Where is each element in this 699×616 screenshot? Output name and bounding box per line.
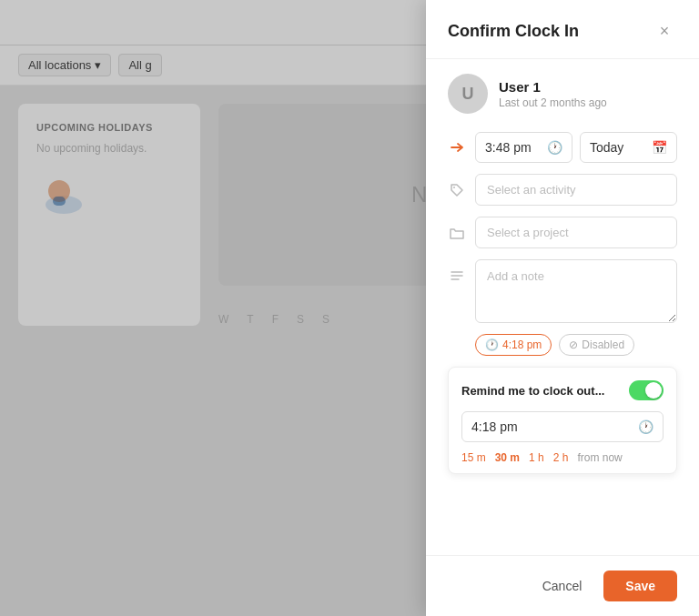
time-date-inputs: 3:48 pm 🕐 Today 📅 [475,132,677,163]
user-info-section: U User 1 Last out 2 months ago [448,74,677,114]
reminder-card-label: Remind me to clock out... [461,384,604,398]
reminder-time-value: 4:18 pm [471,419,518,434]
activity-select[interactable]: Select an activity [475,174,677,206]
modal-title: Confirm Clock In [448,22,579,41]
clock-in-arrow-icon [448,139,466,156]
reminder-toggle-row: Remind me to clock out... [461,380,664,400]
quick-time-30m[interactable]: 30 m [495,451,520,464]
time-value: 3:48 pm [485,140,532,155]
reminder-chip-clock-icon: 🕐 [485,338,499,351]
reminder-chips: 🕐 4:18 pm ⊘ Disabled [475,334,677,356]
reminder-disabled-label: Disabled [582,338,624,351]
modal-header: Confirm Clock In × [426,0,699,59]
activity-row: Select an activity [448,174,677,206]
reminder-toggle[interactable] [629,380,664,400]
reminder-time-clock-icon: 🕐 [638,419,653,434]
project-select[interactable]: Select a project [475,217,677,248]
activity-placeholder: Select an activity [487,183,576,197]
reminder-card: Remind me to clock out... 4:18 pm 🕐 15 m… [448,367,677,474]
reminder-time-input[interactable]: 4:18 pm 🕐 [461,411,664,442]
date-value: Today [590,140,623,155]
reminder-chip-time: 4:18 pm [502,338,542,351]
time-clock-icon: 🕐 [547,140,562,155]
confirm-clock-in-modal: Confirm Clock In × U User 1 Last out 2 m… [426,0,699,616]
note-lines-icon [448,268,466,283]
reminder-disabled-icon: ⊘ [569,338,578,351]
toggle-knob [645,382,662,399]
svg-point-3 [453,187,455,188]
user-name: User 1 [499,79,607,95]
save-button[interactable]: Save [603,571,677,601]
calendar-icon: 📅 [652,140,667,155]
note-textarea[interactable] [475,259,677,323]
quick-time-15m[interactable]: 15 m [461,451,486,464]
modal-close-button[interactable]: × [652,18,677,44]
quick-time-2h[interactable]: 2 h [553,451,569,464]
quick-times-row: 15 m 30 m 1 h 2 h from now [461,451,664,464]
project-row: Select a project [448,217,677,248]
reminder-time-chip[interactable]: 🕐 4:18 pm [475,334,552,356]
user-last-out: Last out 2 months ago [499,96,607,109]
time-date-row: 3:48 pm 🕐 Today 📅 [448,132,677,163]
time-input[interactable]: 3:48 pm 🕐 [475,132,572,163]
quick-time-1h[interactable]: 1 h [529,451,544,464]
quick-time-suffix: from now [577,451,622,464]
project-placeholder: Select a project [487,226,569,239]
date-input[interactable]: Today 📅 [580,132,677,163]
modal-footer: Cancel Save [426,555,699,616]
user-avatar: U [448,74,488,114]
cancel-button[interactable]: Cancel [532,571,593,601]
reminder-disabled-chip[interactable]: ⊘ Disabled [559,334,634,356]
note-row [448,259,677,323]
modal-body: U User 1 Last out 2 months ago 3:48 pm 🕐 [426,59,699,555]
user-details: User 1 Last out 2 months ago [499,79,607,109]
project-folder-icon [448,226,466,240]
activity-tag-icon [448,183,466,197]
